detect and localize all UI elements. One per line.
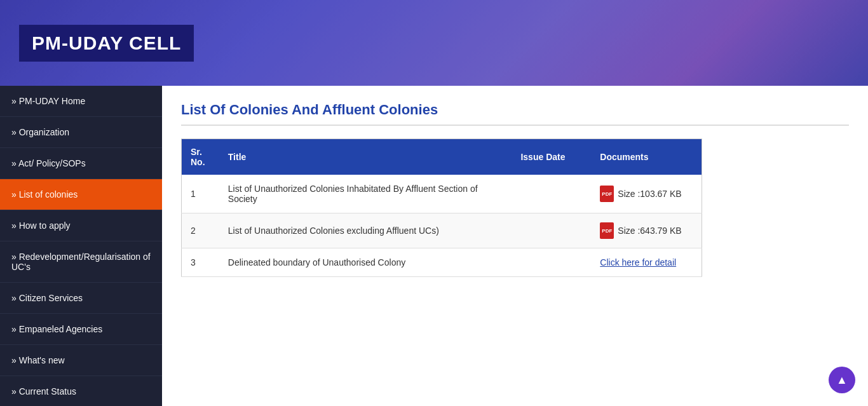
sidebar-item-current-status[interactable]: » Current Status bbox=[0, 376, 162, 406]
col-srno: Sr. No. bbox=[182, 139, 219, 175]
col-date: Issue Date bbox=[512, 139, 591, 175]
pdf-download-link[interactable]: PDFSize :643.79 KB bbox=[600, 222, 693, 239]
pdf-icon: PDF bbox=[600, 186, 614, 202]
sidebar-item-whats-new[interactable]: » What's new bbox=[0, 345, 162, 376]
cell-srno: 2 bbox=[182, 213, 219, 248]
sidebar-item-redevelopment[interactable]: » Redevelopment/Regularisation of UC's bbox=[0, 241, 162, 283]
sidebar-item-citizen-services[interactable]: » Citizen Services bbox=[0, 283, 162, 314]
scroll-top-button[interactable]: ▲ bbox=[829, 367, 855, 393]
sidebar-item-how-to-apply[interactable]: » How to apply bbox=[0, 210, 162, 241]
table-row: 3Delineated boundary of Unauthorised Col… bbox=[182, 248, 702, 277]
content-area: List Of Colonies And Affluent Colonies S… bbox=[162, 86, 868, 406]
sidebar: » PM-UDAY Home» Organization» Act/ Polic… bbox=[0, 86, 162, 406]
main-layout: » PM-UDAY Home» Organization» Act/ Polic… bbox=[0, 86, 868, 406]
cell-date bbox=[512, 213, 591, 248]
page-title: List Of Colonies And Affluent Colonies bbox=[181, 102, 849, 126]
table-row: 1List of Unauthorized Colonies Inhabitat… bbox=[182, 175, 702, 213]
colonies-table: Sr. No. Title Issue Date Documents 1List… bbox=[181, 139, 702, 277]
cell-doc[interactable]: PDFSize :103.67 KB bbox=[591, 175, 702, 213]
cell-title: List of Unauthorized Colonies excluding … bbox=[219, 213, 512, 248]
cell-title: List of Unauthorized Colonies Inhabitate… bbox=[219, 175, 512, 213]
cell-doc[interactable]: Click here for detail bbox=[591, 248, 702, 277]
sidebar-item-act-policy-sops[interactable]: » Act/ Policy/SOPs bbox=[0, 148, 162, 179]
cell-srno: 3 bbox=[182, 248, 219, 277]
page-header: PM-UDAY CELL bbox=[0, 0, 868, 86]
table-row: 2List of Unauthorized Colonies excluding… bbox=[182, 213, 702, 248]
cell-date bbox=[512, 175, 591, 213]
detail-link[interactable]: Click here for detail bbox=[600, 257, 676, 267]
sidebar-item-empaneled-agencies[interactable]: » Empaneled Agencies bbox=[0, 314, 162, 345]
site-title: PM-UDAY CELL bbox=[19, 25, 194, 62]
pdf-download-link[interactable]: PDFSize :103.67 KB bbox=[600, 186, 693, 202]
cell-date bbox=[512, 248, 591, 277]
col-docs: Documents bbox=[591, 139, 702, 175]
sidebar-item-list-of-colonies[interactable]: » List of colonies bbox=[0, 179, 162, 210]
pdf-icon: PDF bbox=[600, 222, 614, 239]
sidebar-item-pm-uday-home[interactable]: » PM-UDAY Home bbox=[0, 86, 162, 117]
cell-doc[interactable]: PDFSize :643.79 KB bbox=[591, 213, 702, 248]
pdf-size-label: Size :643.79 KB bbox=[618, 226, 681, 236]
cell-title: Delineated boundary of Unauthorised Colo… bbox=[219, 248, 512, 277]
col-title: Title bbox=[219, 139, 512, 175]
table-header-row: Sr. No. Title Issue Date Documents bbox=[182, 139, 702, 175]
cell-srno: 1 bbox=[182, 175, 219, 213]
sidebar-item-organization[interactable]: » Organization bbox=[0, 117, 162, 148]
pdf-size-label: Size :103.67 KB bbox=[618, 189, 681, 199]
